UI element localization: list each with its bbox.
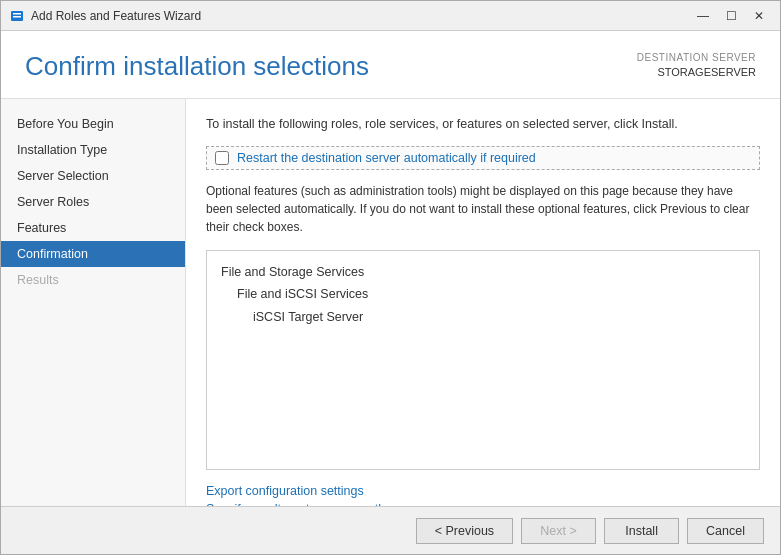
sidebar-item-installation-type[interactable]: Installation Type: [1, 137, 185, 163]
close-button[interactable]: ✕: [746, 6, 772, 26]
feature-item-1: File and iSCSI Services: [221, 283, 745, 306]
minimize-button[interactable]: —: [690, 6, 716, 26]
server-name: STORAGESERVER: [637, 65, 756, 80]
sidebar-item-before-you-begin[interactable]: Before You Begin: [1, 111, 185, 137]
page-title: Confirm installation selections: [25, 51, 369, 82]
header: Confirm installation selections DESTINAT…: [1, 31, 780, 99]
maximize-button[interactable]: ☐: [718, 6, 744, 26]
window-controls: — ☐ ✕: [690, 6, 772, 26]
sidebar-item-server-selection[interactable]: Server Selection: [1, 163, 185, 189]
titlebar: Add Roles and Features Wizard — ☐ ✕: [1, 1, 780, 31]
feature-item-0: File and Storage Services: [221, 261, 745, 284]
window-icon: [9, 8, 25, 24]
feature-item-2: iSCSI Target Server: [221, 306, 745, 329]
server-info: DESTINATION SERVER STORAGESERVER: [637, 51, 756, 80]
install-button[interactable]: Install: [604, 518, 679, 544]
main-description: To install the following roles, role ser…: [206, 115, 760, 134]
svg-rect-1: [13, 13, 21, 15]
footer: < Previous Next > Install Cancel: [1, 506, 780, 554]
optional-note: Optional features (such as administratio…: [206, 182, 760, 236]
next-button[interactable]: Next >: [521, 518, 596, 544]
sidebar-item-results: Results: [1, 267, 185, 293]
content-area: Before You Begin Installation Type Serve…: [1, 99, 780, 506]
server-label: DESTINATION SERVER: [637, 51, 756, 65]
svg-rect-2: [13, 16, 21, 18]
main-content: To install the following roles, role ser…: [186, 99, 780, 506]
previous-button[interactable]: < Previous: [416, 518, 513, 544]
window: Add Roles and Features Wizard — ☐ ✕ Conf…: [0, 0, 781, 555]
sidebar-item-features[interactable]: Features: [1, 215, 185, 241]
sidebar: Before You Begin Installation Type Serve…: [1, 99, 186, 506]
features-box: File and Storage Services File and iSCSI…: [206, 250, 760, 470]
sidebar-item-server-roles[interactable]: Server Roles: [1, 189, 185, 215]
restart-checkbox[interactable]: [215, 151, 229, 165]
restart-checkbox-row: Restart the destination server automatic…: [206, 146, 760, 170]
links-section: Export configuration settings Specify an…: [206, 484, 760, 506]
sidebar-item-confirmation[interactable]: Confirmation: [1, 241, 185, 267]
restart-checkbox-label[interactable]: Restart the destination server automatic…: [237, 151, 536, 165]
cancel-button[interactable]: Cancel: [687, 518, 764, 544]
export-config-link[interactable]: Export configuration settings: [206, 484, 760, 498]
window-title: Add Roles and Features Wizard: [31, 9, 690, 23]
